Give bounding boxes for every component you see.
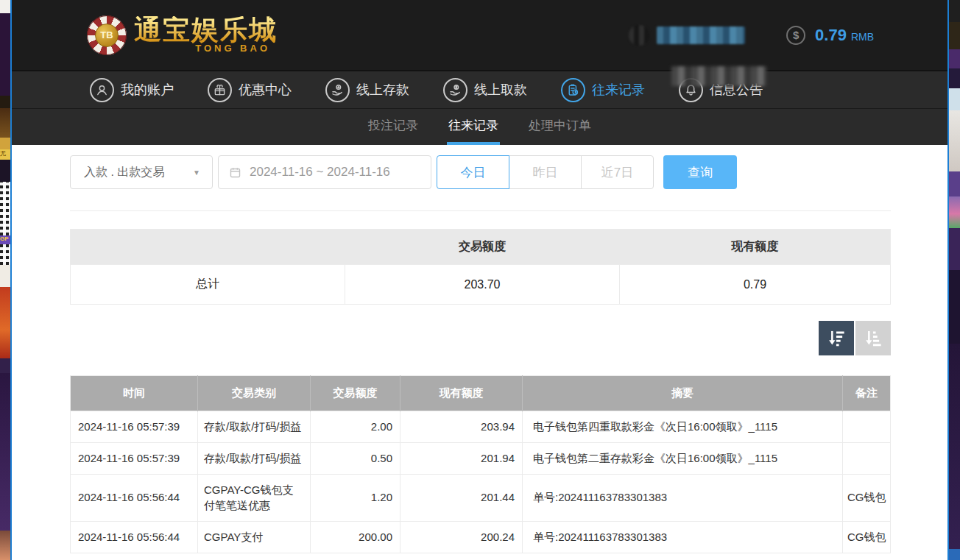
window-border-right (947, 0, 949, 560)
table-row: 2024-11-16 05:56:44 CGPAY-CG钱包支付笔笔送优惠 1.… (71, 474, 891, 522)
user-icon (90, 78, 114, 102)
site-header: TB 通宝娱乐城 TONG BAO $ 0.79 RMB (12, 0, 947, 70)
cell-type: 存款/取款/打码/损益 (198, 442, 311, 474)
chevron-down-icon: ▼ (193, 169, 200, 177)
nav-item-online-withdrawal[interactable]: 线上取款 (443, 78, 527, 102)
balance-currency: RMB (851, 27, 874, 43)
quick-date-buttons: 今日 昨日 近7日 (437, 155, 654, 189)
brand-logo[interactable]: TB 通宝娱乐城 TONG BAO (87, 15, 278, 55)
summary-header-empty (71, 230, 345, 265)
gift-icon (208, 78, 232, 102)
nav-label: 线上存款 (356, 81, 409, 99)
main-window: TB 通宝娱乐城 TONG BAO $ 0.79 RMB 我的账户 优惠 (12, 0, 947, 560)
table-row: 2024-11-16 05:57:39 存款/取款/打码/损益 2.00 203… (71, 411, 891, 443)
tab-transaction-records[interactable]: 往来记录 (447, 109, 500, 145)
date-range-input[interactable]: 2024-11-16 ~ 2024-11-16 (218, 155, 431, 189)
yesterday-button[interactable]: 昨日 (509, 155, 582, 189)
casino-chip-icon: TB (87, 15, 127, 55)
summary-header-row: 交易额度 现有额度 (71, 230, 891, 265)
cell-remark: CG钱包 (843, 474, 891, 522)
nav-item-my-account[interactable]: 我的账户 (90, 78, 174, 102)
today-button[interactable]: 今日 (437, 155, 509, 189)
divider (70, 210, 891, 211)
brand-name-cn: 通宝娱乐城 (134, 16, 278, 45)
table-row: 2024-11-16 05:57:39 存款/取款/打码/损益 0.50 201… (71, 442, 891, 474)
sort-descending-icon (827, 328, 847, 348)
nav-item-transaction-records[interactable]: 往来记录 (561, 78, 645, 102)
cell-time: 2024-11-16 05:57:39 (71, 411, 198, 443)
summary-table: 交易额度 现有额度 总计 203.70 0.79 (70, 229, 891, 305)
cell-summary: 电子钱包第四重取款彩金《次日16:00领取》_1115 (523, 411, 843, 443)
coin-icon: $ (786, 26, 805, 45)
cell-balance: 203.94 (400, 411, 523, 443)
cell-summary: 单号:202411163783301383 (523, 522, 843, 553)
summary-header-current-balance: 现有额度 (620, 230, 891, 265)
cell-time: 2024-11-16 05:56:44 (71, 522, 198, 553)
cell-balance: 201.94 (400, 442, 523, 474)
tab-processing-orders[interactable]: 处理中订单 (527, 109, 593, 145)
redacted-overlay (671, 66, 767, 86)
records-table: 时间 交易类别 交易额度 现有额度 摘要 备注 2024-11-16 05:57… (70, 375, 891, 553)
sort-descending-button[interactable] (819, 321, 854, 355)
cell-time: 2024-11-16 05:56:44 (71, 474, 198, 522)
username-redacted (657, 26, 745, 44)
cell-remark (843, 442, 891, 474)
nav-item-online-deposit[interactable]: 线上存款 (325, 78, 409, 102)
nav-item-promotions[interactable]: 优惠中心 (208, 78, 292, 102)
nav-label: 我的账户 (121, 81, 174, 99)
cell-remark: CG钱包 (843, 522, 891, 553)
summary-current-balance: 0.79 (620, 265, 891, 305)
left-fragment-char: 尤 (0, 149, 10, 160)
tab-betting-records[interactable]: 投注记录 (367, 109, 420, 145)
cell-amount: 0.50 (311, 442, 400, 474)
sort-controls (70, 321, 891, 355)
sort-ascending-icon (864, 328, 883, 348)
tab-bar: 投注记录 往来记录 处理中订单 (12, 108, 947, 145)
chip-label: TB (95, 24, 119, 47)
cell-amount: 2.00 (311, 411, 400, 443)
nav-label: 线上取款 (474, 81, 527, 99)
background-window-right-strip (949, 0, 960, 560)
nav-label: 优惠中心 (239, 81, 292, 99)
calendar-icon (229, 166, 241, 179)
cell-type: CGPAY-CG钱包支付笔笔送优惠 (198, 474, 311, 522)
cell-type: CGPAY支付 (198, 522, 311, 553)
deposit-icon (325, 78, 350, 102)
records-header-row: 时间 交易类别 交易额度 现有额度 摘要 备注 (71, 376, 891, 411)
main-nav: 我的账户 优惠中心 线上存款 线上取款 往来记录 (12, 70, 947, 108)
records-icon (561, 78, 585, 102)
sort-ascending-button[interactable] (855, 321, 891, 355)
col-balance: 现有额度 (400, 376, 523, 411)
summary-total-label: 总计 (71, 265, 345, 305)
cell-type: 存款/取款/打码/损益 (198, 411, 311, 443)
select-value: 入款 . 出款交易 (84, 165, 164, 180)
cell-summary: 单号:202411163783301383 (523, 474, 843, 522)
background-window-left-strip: 尤 GP (0, 0, 10, 560)
cell-time: 2024-11-16 05:57:39 (71, 442, 198, 474)
transaction-type-select[interactable]: 入款 . 出款交易 ▼ (70, 155, 213, 189)
left-fragment-text: GP (0, 235, 10, 244)
qr-code-fragment (0, 244, 10, 265)
user-area: $ 0.79 RMB (629, 25, 874, 46)
nav-item-announcements[interactable]: 信息公告 (679, 78, 763, 102)
col-summary: 摘要 (523, 376, 843, 411)
window-border-left (10, 0, 12, 560)
last-7-days-button[interactable]: 近7日 (581, 155, 654, 189)
filter-row: 入款 . 出款交易 ▼ 2024-11-16 ~ 2024-11-16 今日 昨… (70, 155, 891, 189)
nav-label: 往来记录 (592, 81, 645, 99)
col-remark: 备注 (843, 376, 891, 411)
avatar[interactable] (629, 25, 649, 46)
withdraw-icon (443, 78, 467, 102)
cell-summary: 电子钱包第二重存款彩金《次日16:00领取》_1115 (523, 442, 843, 474)
summary-transaction-amount: 203.70 (345, 265, 620, 305)
search-button[interactable]: 查询 (663, 155, 737, 189)
date-range-value: 2024-11-16 ~ 2024-11-16 (250, 165, 390, 180)
cell-amount: 200.00 (311, 522, 400, 553)
cell-balance: 201.44 (400, 474, 523, 522)
col-type: 交易类别 (198, 376, 311, 411)
summary-total-row: 总计 203.70 0.79 (71, 265, 891, 305)
balance-amount: 0.79 (815, 26, 847, 45)
content-area: 入款 . 出款交易 ▼ 2024-11-16 ~ 2024-11-16 今日 昨… (12, 145, 947, 553)
qr-code-fragment (0, 182, 10, 235)
table-row: 2024-11-16 05:56:44 CGPAY支付 200.00 200.2… (71, 522, 891, 553)
